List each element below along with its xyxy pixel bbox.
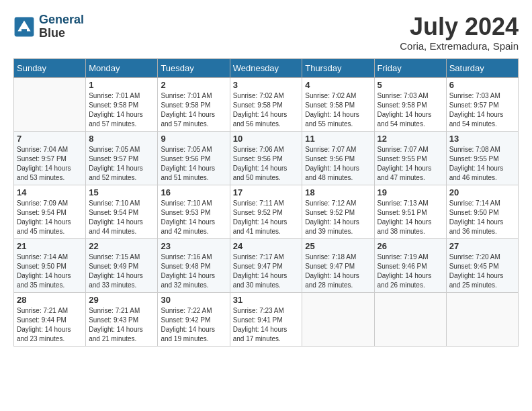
day-cell (14, 77, 86, 131)
day-info: Sunrise: 7:03 AM Sunset: 9:57 PM Dayligh… (449, 91, 515, 129)
day-cell: 8Sunrise: 7:05 AM Sunset: 9:57 PM Daylig… (86, 131, 158, 185)
day-cell: 11Sunrise: 7:07 AM Sunset: 9:56 PM Dayli… (302, 131, 374, 185)
day-number: 27 (449, 241, 515, 251)
day-number: 29 (89, 295, 154, 305)
column-header-thursday: Thursday (302, 58, 374, 77)
day-info: Sunrise: 7:18 AM Sunset: 9:47 PM Dayligh… (305, 253, 371, 290)
day-info: Sunrise: 7:05 AM Sunset: 9:57 PM Dayligh… (89, 145, 154, 183)
day-info: Sunrise: 7:19 AM Sunset: 9:46 PM Dayligh… (378, 253, 443, 290)
day-number: 1 (89, 80, 154, 90)
day-cell: 6Sunrise: 7:03 AM Sunset: 9:57 PM Daylig… (446, 77, 518, 131)
day-info: Sunrise: 7:01 AM Sunset: 9:58 PM Dayligh… (89, 91, 154, 129)
location-title: Coria, Extremadura, Spain (400, 40, 519, 52)
day-cell: 26Sunrise: 7:19 AM Sunset: 9:46 PM Dayli… (374, 238, 446, 292)
day-info: Sunrise: 7:07 AM Sunset: 9:55 PM Dayligh… (378, 145, 443, 183)
day-cell: 9Sunrise: 7:05 AM Sunset: 9:56 PM Daylig… (158, 131, 230, 185)
day-cell: 3Sunrise: 7:02 AM Sunset: 9:58 PM Daylig… (230, 77, 302, 131)
day-cell (302, 292, 374, 346)
day-cell: 27Sunrise: 7:20 AM Sunset: 9:45 PM Dayli… (446, 238, 518, 292)
day-info: Sunrise: 7:22 AM Sunset: 9:42 PM Dayligh… (161, 306, 226, 344)
day-cell: 20Sunrise: 7:14 AM Sunset: 9:50 PM Dayli… (446, 185, 518, 238)
day-number: 28 (17, 295, 83, 305)
day-info: Sunrise: 7:06 AM Sunset: 9:56 PM Dayligh… (233, 145, 300, 183)
day-info: Sunrise: 7:16 AM Sunset: 9:48 PM Dayligh… (161, 253, 226, 290)
logo: General Blue (13, 13, 84, 40)
week-row-3: 21Sunrise: 7:14 AM Sunset: 9:50 PM Dayli… (14, 238, 519, 292)
day-info: Sunrise: 7:01 AM Sunset: 9:58 PM Dayligh… (161, 91, 226, 129)
day-cell: 17Sunrise: 7:11 AM Sunset: 9:52 PM Dayli… (230, 185, 302, 238)
day-info: Sunrise: 7:10 AM Sunset: 9:54 PM Dayligh… (89, 199, 154, 236)
day-cell: 16Sunrise: 7:10 AM Sunset: 9:53 PM Dayli… (158, 185, 230, 238)
week-row-0: 1Sunrise: 7:01 AM Sunset: 9:58 PM Daylig… (14, 77, 519, 131)
day-number: 18 (305, 187, 371, 197)
day-info: Sunrise: 7:21 AM Sunset: 9:43 PM Dayligh… (89, 306, 154, 344)
day-cell: 25Sunrise: 7:18 AM Sunset: 9:47 PM Dayli… (302, 238, 374, 292)
day-info: Sunrise: 7:12 AM Sunset: 9:52 PM Dayligh… (305, 199, 371, 236)
logo-line2: Blue (39, 27, 84, 40)
day-info: Sunrise: 7:20 AM Sunset: 9:45 PM Dayligh… (449, 253, 515, 290)
day-info: Sunrise: 7:17 AM Sunset: 9:47 PM Dayligh… (233, 253, 300, 290)
day-number: 15 (89, 187, 154, 197)
day-number: 16 (161, 187, 226, 197)
day-info: Sunrise: 7:07 AM Sunset: 9:56 PM Dayligh… (305, 145, 371, 183)
day-info: Sunrise: 7:21 AM Sunset: 9:44 PM Dayligh… (17, 306, 83, 344)
day-cell: 10Sunrise: 7:06 AM Sunset: 9:56 PM Dayli… (230, 131, 302, 185)
logo-text: General Blue (39, 13, 84, 40)
day-info: Sunrise: 7:02 AM Sunset: 9:58 PM Dayligh… (233, 91, 300, 129)
day-number: 19 (378, 187, 443, 197)
day-number: 3 (233, 80, 300, 90)
day-cell: 28Sunrise: 7:21 AM Sunset: 9:44 PM Dayli… (14, 292, 86, 346)
day-number: 5 (378, 80, 443, 90)
day-cell: 21Sunrise: 7:14 AM Sunset: 9:50 PM Dayli… (14, 238, 86, 292)
day-cell: 4Sunrise: 7:02 AM Sunset: 9:58 PM Daylig… (302, 77, 374, 131)
column-header-wednesday: Wednesday (230, 58, 302, 77)
day-info: Sunrise: 7:10 AM Sunset: 9:53 PM Dayligh… (161, 199, 226, 236)
day-cell: 2Sunrise: 7:01 AM Sunset: 9:58 PM Daylig… (158, 77, 230, 131)
day-cell: 1Sunrise: 7:01 AM Sunset: 9:58 PM Daylig… (86, 77, 158, 131)
day-cell: 29Sunrise: 7:21 AM Sunset: 9:43 PM Dayli… (86, 292, 158, 346)
day-cell: 13Sunrise: 7:08 AM Sunset: 9:55 PM Dayli… (446, 131, 518, 185)
day-info: Sunrise: 7:23 AM Sunset: 9:41 PM Dayligh… (233, 306, 300, 344)
column-header-saturday: Saturday (446, 58, 518, 77)
logo-line1: General (39, 13, 84, 26)
day-number: 9 (161, 134, 226, 144)
day-cell: 22Sunrise: 7:15 AM Sunset: 9:49 PM Dayli… (86, 238, 158, 292)
day-number: 6 (449, 80, 515, 90)
day-cell: 24Sunrise: 7:17 AM Sunset: 9:47 PM Dayli… (230, 238, 302, 292)
day-number: 17 (233, 187, 300, 197)
day-cell: 7Sunrise: 7:04 AM Sunset: 9:57 PM Daylig… (14, 131, 86, 185)
week-row-4: 28Sunrise: 7:21 AM Sunset: 9:44 PM Dayli… (14, 292, 519, 346)
day-number: 26 (378, 241, 443, 251)
day-info: Sunrise: 7:08 AM Sunset: 9:55 PM Dayligh… (449, 145, 515, 183)
day-number: 4 (305, 80, 371, 90)
day-cell: 30Sunrise: 7:22 AM Sunset: 9:42 PM Dayli… (158, 292, 230, 346)
day-info: Sunrise: 7:11 AM Sunset: 9:52 PM Dayligh… (233, 199, 300, 236)
day-info: Sunrise: 7:15 AM Sunset: 9:49 PM Dayligh… (89, 253, 154, 290)
column-header-monday: Monday (86, 58, 158, 77)
day-number: 23 (161, 241, 226, 251)
day-number: 8 (89, 134, 154, 144)
day-cell: 12Sunrise: 7:07 AM Sunset: 9:55 PM Dayli… (374, 131, 446, 185)
day-info: Sunrise: 7:14 AM Sunset: 9:50 PM Dayligh… (17, 253, 83, 290)
column-header-tuesday: Tuesday (158, 58, 230, 77)
header-row: SundayMondayTuesdayWednesdayThursdayFrid… (14, 58, 519, 77)
day-number: 22 (89, 241, 154, 251)
month-title: July 2024 (400, 13, 519, 40)
day-info: Sunrise: 7:14 AM Sunset: 9:50 PM Dayligh… (449, 199, 515, 236)
day-info: Sunrise: 7:09 AM Sunset: 9:54 PM Dayligh… (17, 199, 83, 236)
day-info: Sunrise: 7:04 AM Sunset: 9:57 PM Dayligh… (17, 145, 83, 183)
day-cell: 19Sunrise: 7:13 AM Sunset: 9:51 PM Dayli… (374, 185, 446, 238)
day-cell: 18Sunrise: 7:12 AM Sunset: 9:52 PM Dayli… (302, 185, 374, 238)
svg-rect-2 (21, 29, 27, 32)
day-cell (374, 292, 446, 346)
day-number: 25 (305, 241, 371, 251)
week-row-1: 7Sunrise: 7:04 AM Sunset: 9:57 PM Daylig… (14, 131, 519, 185)
day-number: 7 (17, 134, 83, 144)
day-number: 14 (17, 187, 83, 197)
page-header: General Blue July 2024 Coria, Extremadur… (13, 13, 519, 52)
day-number: 2 (161, 80, 226, 90)
column-header-sunday: Sunday (14, 58, 86, 77)
column-header-friday: Friday (374, 58, 446, 77)
day-cell: 5Sunrise: 7:03 AM Sunset: 9:58 PM Daylig… (374, 77, 446, 131)
day-number: 10 (233, 134, 300, 144)
